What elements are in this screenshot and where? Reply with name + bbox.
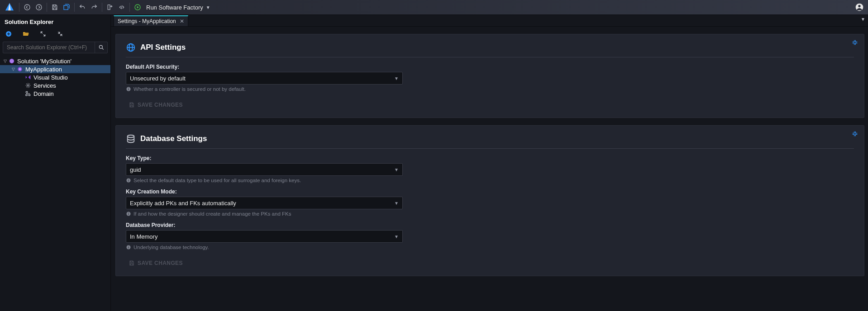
solution-explorer-panel: Solution Explorer ▽ Solution 'MySolution… [0, 15, 111, 311]
collapse-panel-icon[interactable] [851, 39, 858, 47]
add-button[interactable] [5, 30, 13, 38]
close-icon[interactable]: ✕ [180, 18, 184, 24]
svg-rect-25 [129, 212, 129, 213]
tab-bar: Settings - MyApplication ✕ ▼ [111, 15, 868, 27]
services-icon [24, 82, 32, 89]
field-label: Default API Security: [126, 64, 854, 70]
panel-title: Solution Explorer [0, 15, 110, 28]
svg-rect-27 [129, 247, 129, 249]
save-changes-button[interactable]: SAVE CHANGES [129, 260, 183, 266]
svg-rect-22 [129, 179, 129, 179]
info-icon [126, 211, 131, 217]
save-icon [129, 260, 135, 266]
toolbar-divider [102, 3, 102, 12]
svg-rect-28 [129, 246, 129, 246]
field-hint: Underlying database technology. [126, 245, 854, 250]
default-api-security-select[interactable]: Unsecured by default ▼ [126, 72, 403, 85]
svg-point-4 [858, 5, 860, 7]
svg-rect-12 [29, 94, 30, 96]
db-provider-select[interactable]: In Memory ▼ [126, 230, 403, 243]
redo-button[interactable] [88, 1, 100, 13]
database-icon [126, 134, 136, 144]
toolbar-divider [129, 3, 130, 12]
domain-icon [24, 90, 32, 97]
field-label: Key Type: [126, 155, 854, 161]
tree-node-child[interactable]: Services [0, 81, 110, 90]
application-icon [16, 66, 24, 73]
twist-icon[interactable]: ▽ [2, 59, 8, 63]
key-type-select[interactable]: guid ▼ [126, 163, 403, 176]
select-value: guid [130, 166, 141, 173]
panel-api-settings: API Settings Default API Security: Unsec… [115, 34, 864, 118]
field-hint: Select the default data type to be used … [126, 178, 854, 183]
search-input[interactable] [3, 44, 95, 51]
top-toolbar: Run Software Factory ▼ [0, 0, 868, 15]
open-folder-button[interactable] [22, 30, 30, 38]
tree-node-solution[interactable]: ▽ Solution 'MySolution' [0, 57, 110, 65]
chevron-down-icon: ▼ [394, 201, 399, 206]
account-button[interactable] [854, 1, 865, 13]
select-value: Unsecured by default [130, 75, 186, 82]
svg-point-19 [128, 135, 134, 138]
tree-label: Domain [33, 90, 54, 97]
chevron-down-icon: ▼ [394, 167, 399, 172]
search-icon[interactable] [95, 42, 107, 53]
key-creation-select[interactable]: Explicitly add PKs and FKs automatically… [126, 197, 403, 209]
chevron-down-icon: ▼ [394, 234, 399, 239]
save-button[interactable] [49, 1, 61, 13]
save-icon [129, 102, 135, 108]
svg-rect-18 [129, 88, 129, 88]
export-button[interactable] [104, 1, 116, 13]
select-value: In Memory [130, 233, 157, 240]
svg-point-0 [24, 5, 30, 10]
forward-button[interactable] [33, 1, 45, 13]
code-button[interactable] [116, 1, 128, 13]
toolbar-divider [19, 3, 19, 12]
tree-label: Solution 'MySolution' [17, 58, 72, 65]
svg-rect-24 [129, 213, 129, 215]
svg-point-6 [99, 45, 102, 48]
run-button[interactable] [132, 1, 143, 13]
collapse-button[interactable] [56, 30, 64, 38]
twist-icon[interactable]: ▽ [10, 67, 16, 71]
field-hint: If and how the designer should create an… [126, 211, 854, 217]
info-icon [126, 86, 131, 92]
svg-rect-13 [26, 94, 28, 96]
info-icon [126, 178, 131, 183]
field-hint: Whether a controller is secured or not b… [126, 86, 854, 92]
info-icon [126, 245, 131, 250]
svg-rect-21 [129, 180, 129, 182]
tree-label: Services [33, 82, 56, 89]
collapse-panel-icon[interactable] [851, 130, 858, 139]
expand-button[interactable] [39, 30, 47, 38]
toolbar-divider [47, 3, 47, 12]
solution-icon [8, 57, 15, 65]
save-changes-button[interactable]: SAVE CHANGES [129, 102, 183, 108]
save-all-button[interactable] [61, 1, 72, 13]
panel-title: API Settings [140, 43, 186, 52]
tab-settings[interactable]: Settings - MyApplication ✕ [114, 15, 188, 26]
tree-node-child[interactable]: Domain [0, 90, 110, 98]
tree-label: MyApplication [25, 66, 62, 73]
tab-label: Settings - MyApplication [118, 18, 176, 24]
tree-label: Visual Studio [33, 74, 68, 81]
solution-tree: ▽ Solution 'MySolution' ▽ MyApplication … [0, 56, 110, 99]
panel-title: Database Settings [140, 134, 207, 143]
tree-node-child[interactable]: Visual Studio [0, 73, 110, 81]
api-icon [126, 42, 136, 52]
run-label[interactable]: Run Software Factory [146, 4, 203, 11]
tree-node-application[interactable]: ▽ MyApplication [0, 65, 110, 73]
tab-overflow-caret[interactable]: ▼ [861, 17, 865, 22]
toolbar-divider [74, 3, 75, 12]
editor-area: Settings - MyApplication ✕ ▼ API Setting… [111, 15, 868, 311]
field-label: Database Provider: [126, 222, 854, 228]
visual-studio-icon [24, 74, 32, 81]
search-box [3, 42, 108, 53]
undo-button[interactable] [76, 1, 88, 13]
back-button[interactable] [21, 1, 33, 13]
svg-point-9 [19, 68, 21, 71]
run-dropdown-caret[interactable]: ▼ [206, 5, 210, 10]
svg-point-1 [36, 5, 42, 10]
svg-rect-17 [129, 89, 129, 90]
chevron-down-icon: ▼ [394, 76, 399, 81]
